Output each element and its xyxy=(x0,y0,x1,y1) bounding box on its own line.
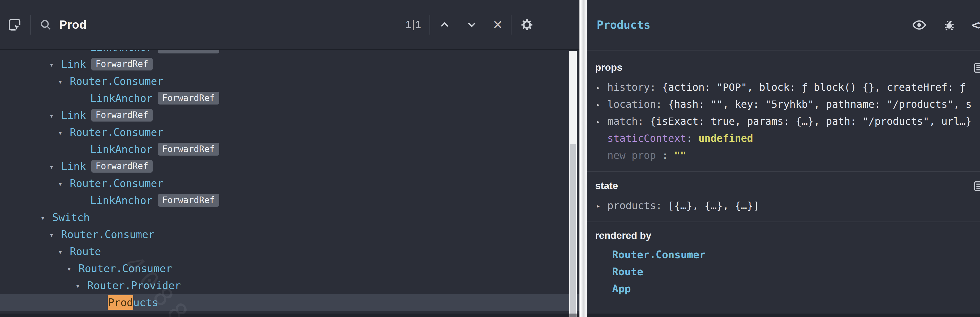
key-separator: : xyxy=(650,82,662,93)
tree-row-switch[interactable]: ▾Switch xyxy=(0,209,579,226)
eye-icon xyxy=(912,18,927,32)
copy-state-icon[interactable] xyxy=(972,180,980,197)
bug-icon xyxy=(942,18,956,32)
prop-value[interactable]: "" xyxy=(674,149,686,161)
rendered-by-label: rendered by xyxy=(595,230,651,241)
expand-arrow-icon[interactable]: ▸ xyxy=(596,79,607,96)
settings-button[interactable] xyxy=(519,17,535,32)
component-name: Router.Provider xyxy=(88,280,181,291)
forwardref-badge: ForwardRef xyxy=(158,194,219,207)
component-tree: 408880486 LinkAnchorForwardRef▾LinkForwa… xyxy=(0,50,579,317)
component-name: LinkAnchor xyxy=(90,92,153,104)
details-header: Products <> xyxy=(587,0,980,51)
state-section-header: state xyxy=(587,178,980,193)
prop-key[interactable]: new prop xyxy=(607,149,656,161)
props-section-header: props xyxy=(587,60,980,75)
expand-arrow-icon[interactable]: ▸ xyxy=(596,197,607,215)
tree-row-router-provider[interactable]: ▾Router.Provider xyxy=(0,277,579,294)
tree-scrollbar[interactable] xyxy=(570,51,577,317)
prop-value: [{…}, {…}, {…}] xyxy=(668,200,759,211)
component-name: LinkAnchor xyxy=(90,194,153,207)
tree-row-linkanchor[interactable]: LinkAnchorForwardRef xyxy=(0,90,579,107)
tree-row-linkanchor[interactable]: LinkAnchorForwardRef xyxy=(0,141,579,158)
component-name: ucts xyxy=(133,296,158,309)
expander-arrow-icon[interactable]: ▾ xyxy=(76,278,88,295)
state-label: state xyxy=(595,180,618,191)
components-tree-panel: Prod 1|1 ✕ xyxy=(0,0,579,317)
state-rows: ▸products: [{…}, {…}, {…}] xyxy=(587,197,980,214)
view-source-icon[interactable]: <> xyxy=(972,18,980,32)
history-row[interactable]: ▸history: {action: "POP", block: ƒ block… xyxy=(587,79,980,96)
key-separator: : xyxy=(686,133,698,144)
tree-row-router-consumer[interactable]: ▾Router.Consumer xyxy=(0,73,579,90)
tree-row-link[interactable]: ▾LinkForwardRef xyxy=(0,107,579,124)
component-name: Router.Consumer xyxy=(61,229,154,240)
expander-arrow-icon[interactable]: ▾ xyxy=(49,107,61,125)
expander-arrow-icon[interactable]: ▾ xyxy=(58,125,70,141)
rendered-by-item-route[interactable]: Route xyxy=(587,263,980,280)
component-name: Link xyxy=(61,160,86,172)
expand-arrow-icon[interactable]: ▸ xyxy=(596,113,607,130)
prop-value: {action: "POP", block: ƒ block() {}, cre… xyxy=(662,82,966,93)
inspect-element-button[interactable] xyxy=(7,17,22,32)
location-row[interactable]: ▸location: {hash: "", key: "5ryhkb", pat… xyxy=(587,96,980,113)
tree-row-router-consumer[interactable]: ▾Router.Consumer xyxy=(0,124,579,141)
tree-row-linkanchor[interactable]: LinkAnchorForwardRef xyxy=(0,192,579,209)
expander-arrow-icon[interactable]: ▾ xyxy=(58,176,70,192)
component-name: Router.Consumer xyxy=(70,178,163,189)
forwardref-badge: ForwardRef xyxy=(91,160,153,173)
expander-arrow-icon[interactable]: ▾ xyxy=(49,158,61,176)
expander-arrow-icon[interactable]: ▾ xyxy=(49,227,61,243)
key-separator: : xyxy=(638,115,650,127)
component-name: Link xyxy=(61,58,86,70)
search-input[interactable]: Prod xyxy=(59,18,87,31)
tree-row-products[interactable]: Products xyxy=(0,294,579,311)
expander-arrow-icon[interactable]: ▾ xyxy=(58,74,70,90)
match-row[interactable]: ▸match: {isExact: true, params: {…}, pat… xyxy=(587,113,980,130)
expander-arrow-icon[interactable]: ▾ xyxy=(67,261,79,278)
new-prop-row[interactable]: new prop : "" xyxy=(587,147,980,164)
tree-row-router-consumer[interactable]: ▾Router.Consumer xyxy=(0,175,579,192)
search-match-highlight: Prod xyxy=(108,295,133,310)
chevron-down-icon xyxy=(465,18,478,31)
tree-row-router-consumer[interactable]: ▾Router.Consumer xyxy=(0,260,579,277)
section-divider xyxy=(587,171,980,172)
prop-key: products xyxy=(607,200,656,211)
tree-row-link[interactable]: ▾LinkForwardRef xyxy=(0,158,579,175)
tree-row-link[interactable]: ▾LinkForwardRef xyxy=(0,56,579,73)
rendered-by-item-app[interactable]: App xyxy=(587,280,980,297)
expand-arrow-icon[interactable]: ▸ xyxy=(596,96,607,113)
key-separator: : xyxy=(656,98,668,110)
rendered-by-item-router-consumer[interactable]: Router.Consumer xyxy=(587,246,980,263)
tree-row-route[interactable]: ▾Route xyxy=(0,243,579,260)
clear-search-button[interactable]: ✕ xyxy=(492,18,503,32)
search-icon xyxy=(39,18,52,31)
key-separator: : xyxy=(656,149,674,161)
inspect-dom-button[interactable] xyxy=(912,18,927,32)
prop-key: history xyxy=(607,82,650,93)
tree-scrollbar-thumb[interactable] xyxy=(570,144,576,317)
copy-props-icon[interactable] xyxy=(972,62,980,78)
prop-key: location xyxy=(607,98,656,110)
tree-row-router-consumer[interactable]: ▾Router.Consumer xyxy=(0,226,579,243)
next-result-button[interactable] xyxy=(465,18,478,31)
component-name: Route xyxy=(70,245,101,258)
forwardref-badge: ForwardRef xyxy=(91,58,153,70)
prop-value: {hash: "", key: "5ryhkb", pathname: "/pr… xyxy=(668,98,972,110)
prop-key: staticContext xyxy=(607,133,686,144)
expander-arrow-icon[interactable]: ▾ xyxy=(41,210,52,227)
expander-arrow-icon[interactable]: ▾ xyxy=(49,56,61,74)
search-results-count: 1|1 xyxy=(406,19,422,30)
expander-arrow-icon[interactable]: ▾ xyxy=(58,243,70,261)
previous-result-button[interactable] xyxy=(438,18,451,31)
component-name: Router.Consumer xyxy=(79,263,172,274)
products-row[interactable]: ▸products: [{…}, {…}, {…}] xyxy=(587,197,980,214)
gear-icon xyxy=(519,17,535,32)
prop-value: undefined xyxy=(698,133,753,144)
react-devtools-panel: Prod 1|1 ✕ xyxy=(0,0,980,317)
component-name: Link xyxy=(61,109,86,121)
toolbar-divider xyxy=(430,15,430,35)
tree-row-linkanchor[interactable]: LinkAnchorForwardRef xyxy=(0,50,579,56)
debug-log-button[interactable] xyxy=(942,18,956,32)
panel-splitter[interactable] xyxy=(579,0,587,317)
